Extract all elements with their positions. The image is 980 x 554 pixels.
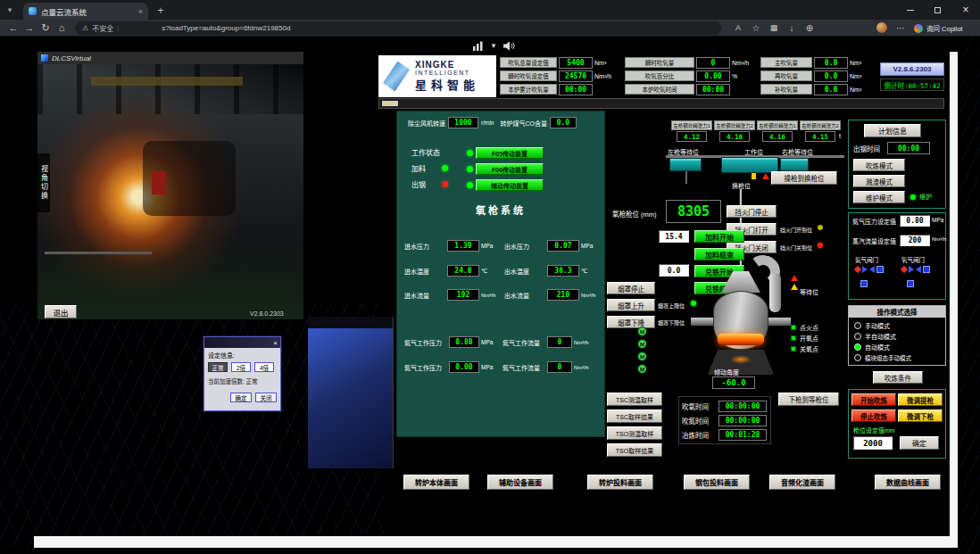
fan-speed-label: 除尘风机转速 — [408, 119, 445, 128]
speed-dialog: × 设定信息: 正常 2倍 4倍 当前加速倍数: 正常 确定 关闭 — [203, 336, 281, 411]
manual-mode-radio[interactable] — [854, 322, 861, 329]
semi-auto-mode-radio[interactable] — [854, 333, 861, 340]
lance-system-title: 氧枪系统 — [476, 203, 526, 217]
read-aloud-icon[interactable]: A — [730, 20, 746, 37]
secondary-window-titlebar[interactable] — [308, 317, 393, 328]
railing — [45, 252, 152, 254]
firedoor-stop-button[interactable]: 挡火门停止 — [727, 205, 777, 218]
trim-lance-up-button[interactable]: 微调提枪 — [898, 393, 943, 406]
reload-icon[interactable]: ↻ — [37, 20, 54, 37]
oxygen-on-point-indicator — [791, 335, 796, 341]
dialog-ok-button[interactable]: 确定 — [230, 393, 252, 402]
close-button[interactable]: × — [951, 0, 980, 20]
feed-status-label: 加料 — [411, 163, 426, 173]
valve-diamond-icon — [854, 266, 861, 273]
brand-en1: XINGKE — [415, 60, 479, 70]
speed-normal-button[interactable]: 正常 — [208, 362, 228, 372]
speed-2x-button[interactable]: 2倍 — [231, 362, 251, 372]
collections-icon[interactable]: ▦ — [766, 20, 782, 37]
n2-setpoint-unit: MPa — [932, 217, 943, 223]
downloads-icon[interactable]: ↓ — [784, 20, 800, 37]
nav-audio-slag-button[interactable]: 音频化渣画面 — [769, 475, 835, 490]
drive3-button[interactable]: 倾动传动装置 — [476, 179, 544, 191]
tsc-measure-button[interactable]: TSC测温取样 — [607, 393, 662, 406]
vertical-scrollbar[interactable] — [950, 52, 958, 536]
nav-converter-charging-button[interactable]: 转炉投料画面 — [587, 475, 653, 490]
hood-stop-button[interactable]: 烟罩停止 — [607, 282, 655, 294]
maximize-button[interactable] — [924, 0, 951, 20]
nav-ladle-charging-button[interactable]: 钢包投料画面 — [684, 475, 750, 490]
stop-blowing-button[interactable]: 停止吹炼 — [851, 409, 896, 422]
speed-4x-button[interactable]: 4倍 — [254, 362, 274, 372]
dialog-close-button[interactable]: 关闭 — [255, 393, 277, 402]
slag-splash-mode-button[interactable]: 溅渣模式 — [853, 175, 905, 187]
dialog-close-icon[interactable]: × — [273, 339, 278, 347]
hmi-scrollbar[interactable] — [378, 98, 944, 109]
tso-measure-button[interactable]: TSO测温取样 — [607, 426, 662, 440]
maintenance-mode-button[interactable]: 维护模式 — [853, 191, 905, 203]
semi-auto-mode-label: 半自动模式 — [865, 332, 896, 341]
auto-mode-radio[interactable] — [854, 343, 861, 351]
readout-label: 补吹氧量 — [760, 84, 812, 95]
collapse-toolbar-icon[interactable]: ▾ — [488, 40, 499, 51]
exit-button[interactable]: 退出 — [45, 305, 77, 318]
stats-icon[interactable] — [471, 41, 484, 51]
speed-dialog-titlebar[interactable]: × — [204, 337, 280, 348]
viewer-window-icon — [41, 54, 48, 62]
time-row: 冶炼时间 00:01:28 — [682, 427, 768, 442]
fan-speed-unit: r/min — [481, 120, 494, 126]
countdown-display: 倒计时:00:57:42 — [880, 79, 944, 91]
steam-setpoint-input[interactable]: 200 — [900, 235, 930, 246]
charge-start-button[interactable]: 加料开始 — [694, 230, 744, 243]
label: 氮气工作压力 — [404, 363, 447, 372]
charge-end-button[interactable]: 加料结束 — [694, 248, 744, 260]
more-menu-icon[interactable]: ⋯ — [893, 20, 909, 37]
tab-search-icon[interactable]: ▾ — [4, 4, 16, 16]
hmi-scrollbar-thumb[interactable] — [382, 101, 398, 106]
n2-setpoint-input[interactable]: 0.80 — [900, 215, 930, 227]
nav-data-curve-button[interactable]: 数据曲线画面 — [875, 475, 941, 490]
hood-down-button[interactable]: 烟罩下降 — [607, 316, 655, 328]
minimize-button[interactable] — [896, 0, 924, 20]
address-pill[interactable]: ⚠ 不安全 | s?loadType=auto&group=6fdnw21985… — [75, 21, 721, 35]
copilot-button[interactable]: 询问 Copilot — [912, 21, 978, 36]
view-angle-tab[interactable]: 视角切换 — [37, 153, 50, 212]
tab-close-icon[interactable]: × — [138, 7, 143, 16]
trim-lance-down-button[interactable]: 微调下枪 — [898, 409, 943, 422]
brand-en2: INTELLIGENT — [415, 70, 479, 76]
viewer-viewport[interactable]: 视角切换 退出 V2.8.0.2303 — [37, 64, 303, 319]
drive2-button[interactable]: F06传动装置 — [476, 163, 544, 175]
plan-info-button[interactable]: 计划信息 — [864, 124, 921, 137]
module-manual-mode-radio[interactable] — [854, 354, 861, 361]
nav-converter-body-button[interactable]: 转炉本体画面 — [403, 475, 469, 490]
hood-up-button[interactable]: 烟罩上升 — [607, 299, 655, 311]
lance-down-to-wait-button[interactable]: 下枪到等枪位 — [778, 393, 839, 406]
valve-bowtie-right-icon — [916, 266, 921, 273]
volume-icon[interactable] — [502, 41, 515, 51]
home-icon[interactable]: ⌂ — [54, 20, 70, 37]
nav-auxiliary-button[interactable]: 辅助设备画面 — [487, 475, 553, 490]
browser-tab[interactable]: 点量云流系统 × — [23, 3, 148, 20]
new-tab-button[interactable]: + — [154, 4, 168, 18]
readout-unit: Nm³ — [594, 60, 623, 66]
favorites-icon[interactable]: ☆ — [748, 20, 764, 37]
to-swap-position-button[interactable]: 操枪到换枪位 — [771, 171, 837, 185]
blowing-condition-button[interactable]: 吹炼条件 — [873, 371, 923, 384]
blowing-mode-button[interactable]: 吹炼模式 — [853, 159, 905, 171]
back-icon[interactable]: ← — [5, 20, 21, 37]
lance-setpoint-input[interactable]: 2000 — [853, 436, 893, 450]
viewer-titlebar[interactable]: DLCSVirtual — [37, 52, 303, 64]
horizontal-scrollbar[interactable] — [34, 536, 958, 548]
tso-result-button[interactable]: TSO取样结果 — [607, 443, 662, 457]
tsc-result-button[interactable]: TSC取样结果 — [607, 409, 662, 423]
forward-icon[interactable]: → — [21, 20, 37, 37]
start-blowing-button[interactable]: 开始吹炼 — [851, 393, 896, 406]
drive1-button[interactable]: F05传动装置 — [476, 147, 544, 159]
extensions-icon[interactable]: ⊕ — [801, 20, 818, 37]
readout-label: 吹氧总量设定值 — [500, 57, 557, 68]
readout-unit: Nm³/h — [732, 60, 759, 66]
label: 出水流量 — [504, 291, 545, 300]
profile-avatar[interactable] — [876, 22, 887, 33]
lance-setpoint-confirm-button[interactable]: 确定 — [900, 436, 939, 450]
not-secure-label: 不安全 — [92, 23, 113, 33]
